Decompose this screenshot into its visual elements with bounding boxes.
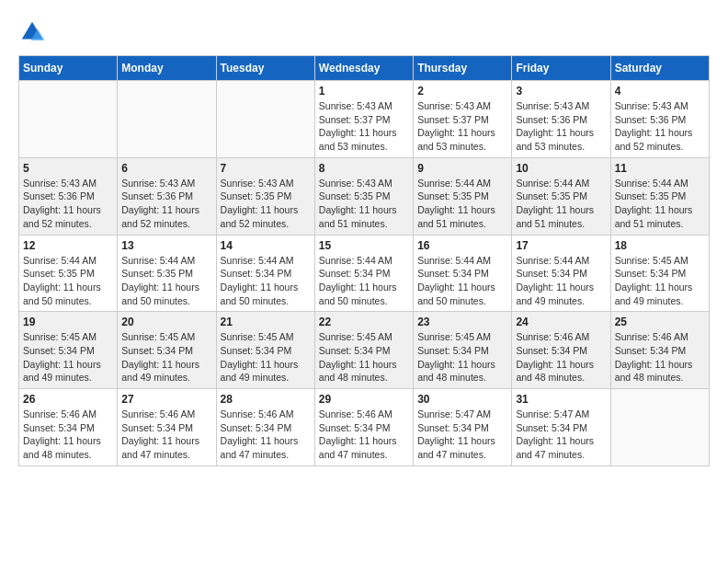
calendar-cell: 27Sunrise: 5:46 AM Sunset: 5:34 PM Dayli… <box>118 389 216 466</box>
day-number: 26 <box>23 393 113 406</box>
weekday-header-row: SundayMondayTuesdayWednesdayThursdayFrid… <box>19 56 710 81</box>
weekday-header-thursday: Thursday <box>414 56 512 81</box>
weekday-header-sunday: Sunday <box>19 56 118 81</box>
calendar-cell: 8Sunrise: 5:43 AM Sunset: 5:35 PM Daylig… <box>314 157 413 235</box>
day-number: 20 <box>121 316 211 328</box>
day-info: Sunrise: 5:43 AM Sunset: 5:36 PM Dayligh… <box>516 99 606 154</box>
day-number: 1 <box>319 85 409 98</box>
calendar-cell: 21Sunrise: 5:45 AM Sunset: 5:34 PM Dayli… <box>216 312 314 389</box>
day-info: Sunrise: 5:46 AM Sunset: 5:34 PM Dayligh… <box>319 408 409 462</box>
weekday-header-tuesday: Tuesday <box>216 56 314 81</box>
calendar-cell: 1Sunrise: 5:43 AM Sunset: 5:37 PM Daylig… <box>314 81 413 158</box>
page-header <box>18 18 710 46</box>
day-number: 13 <box>121 239 211 252</box>
calendar-cell <box>610 389 709 466</box>
day-info: Sunrise: 5:44 AM Sunset: 5:35 PM Dayligh… <box>121 254 211 308</box>
weekday-header-monday: Monday <box>118 56 216 81</box>
day-info: Sunrise: 5:46 AM Sunset: 5:34 PM Dayligh… <box>516 330 606 385</box>
day-number: 8 <box>319 162 409 175</box>
day-info: Sunrise: 5:43 AM Sunset: 5:37 PM Dayligh… <box>417 99 507 154</box>
day-number: 23 <box>417 316 507 328</box>
day-number: 30 <box>417 393 507 406</box>
day-number: 22 <box>319 316 409 328</box>
calendar-cell: 11Sunrise: 5:44 AM Sunset: 5:35 PM Dayli… <box>610 157 709 235</box>
calendar-cell: 2Sunrise: 5:43 AM Sunset: 5:37 PM Daylig… <box>414 81 512 158</box>
calendar-cell: 7Sunrise: 5:43 AM Sunset: 5:35 PM Daylig… <box>216 157 314 235</box>
calendar-week-row: 12Sunrise: 5:44 AM Sunset: 5:35 PM Dayli… <box>19 235 710 312</box>
day-info: Sunrise: 5:47 AM Sunset: 5:34 PM Dayligh… <box>516 408 606 462</box>
calendar-cell: 24Sunrise: 5:46 AM Sunset: 5:34 PM Dayli… <box>512 312 610 389</box>
day-info: Sunrise: 5:44 AM Sunset: 5:34 PM Dayligh… <box>221 254 311 308</box>
calendar-cell: 28Sunrise: 5:46 AM Sunset: 5:34 PM Dayli… <box>216 389 314 466</box>
day-number: 11 <box>615 162 705 175</box>
day-info: Sunrise: 5:46 AM Sunset: 5:34 PM Dayligh… <box>121 408 211 462</box>
day-number: 5 <box>23 162 113 175</box>
calendar-cell: 17Sunrise: 5:44 AM Sunset: 5:34 PM Dayli… <box>512 235 610 312</box>
day-number: 28 <box>221 393 311 406</box>
calendar-cell: 16Sunrise: 5:44 AM Sunset: 5:34 PM Dayli… <box>414 235 512 312</box>
day-info: Sunrise: 5:44 AM Sunset: 5:35 PM Dayligh… <box>516 177 606 231</box>
calendar-cell <box>118 81 216 158</box>
calendar-cell: 9Sunrise: 5:44 AM Sunset: 5:35 PM Daylig… <box>414 157 512 235</box>
calendar-cell: 19Sunrise: 5:45 AM Sunset: 5:34 PM Dayli… <box>19 312 118 389</box>
calendar-cell: 15Sunrise: 5:44 AM Sunset: 5:34 PM Dayli… <box>314 235 413 312</box>
day-number: 18 <box>615 239 705 252</box>
day-number: 15 <box>319 239 409 252</box>
day-info: Sunrise: 5:46 AM Sunset: 5:34 PM Dayligh… <box>615 330 705 385</box>
day-info: Sunrise: 5:44 AM Sunset: 5:34 PM Dayligh… <box>516 254 606 308</box>
weekday-header-saturday: Saturday <box>610 56 709 81</box>
calendar-week-row: 5Sunrise: 5:43 AM Sunset: 5:36 PM Daylig… <box>19 157 710 235</box>
day-info: Sunrise: 5:46 AM Sunset: 5:34 PM Dayligh… <box>23 408 113 462</box>
calendar-cell: 4Sunrise: 5:43 AM Sunset: 5:36 PM Daylig… <box>610 81 709 158</box>
weekday-header-friday: Friday <box>512 56 610 81</box>
calendar-week-row: 1Sunrise: 5:43 AM Sunset: 5:37 PM Daylig… <box>19 81 710 158</box>
day-info: Sunrise: 5:45 AM Sunset: 5:34 PM Dayligh… <box>121 330 211 385</box>
calendar-cell: 3Sunrise: 5:43 AM Sunset: 5:36 PM Daylig… <box>512 81 610 158</box>
day-info: Sunrise: 5:43 AM Sunset: 5:35 PM Dayligh… <box>221 177 311 231</box>
day-info: Sunrise: 5:45 AM Sunset: 5:34 PM Dayligh… <box>615 254 705 308</box>
day-number: 27 <box>121 393 211 406</box>
day-info: Sunrise: 5:45 AM Sunset: 5:34 PM Dayligh… <box>23 330 113 385</box>
day-info: Sunrise: 5:47 AM Sunset: 5:34 PM Dayligh… <box>417 408 507 462</box>
day-number: 31 <box>516 393 606 406</box>
day-info: Sunrise: 5:43 AM Sunset: 5:37 PM Dayligh… <box>319 99 409 154</box>
day-number: 10 <box>516 162 606 175</box>
day-info: Sunrise: 5:44 AM Sunset: 5:35 PM Dayligh… <box>615 177 705 231</box>
day-number: 21 <box>221 316 311 328</box>
day-info: Sunrise: 5:44 AM Sunset: 5:35 PM Dayligh… <box>23 254 113 308</box>
calendar-cell: 13Sunrise: 5:44 AM Sunset: 5:35 PM Dayli… <box>118 235 216 312</box>
calendar-week-row: 26Sunrise: 5:46 AM Sunset: 5:34 PM Dayli… <box>19 389 710 466</box>
day-info: Sunrise: 5:43 AM Sunset: 5:36 PM Dayligh… <box>615 99 705 154</box>
day-info: Sunrise: 5:44 AM Sunset: 5:35 PM Dayligh… <box>417 177 507 231</box>
calendar-cell: 18Sunrise: 5:45 AM Sunset: 5:34 PM Dayli… <box>610 235 709 312</box>
day-info: Sunrise: 5:45 AM Sunset: 5:34 PM Dayligh… <box>417 330 507 385</box>
day-number: 12 <box>23 239 113 252</box>
day-number: 6 <box>121 162 211 175</box>
calendar-cell: 6Sunrise: 5:43 AM Sunset: 5:36 PM Daylig… <box>118 157 216 235</box>
calendar-cell: 23Sunrise: 5:45 AM Sunset: 5:34 PM Dayli… <box>414 312 512 389</box>
day-info: Sunrise: 5:43 AM Sunset: 5:35 PM Dayligh… <box>319 177 409 231</box>
day-number: 29 <box>319 393 409 406</box>
calendar-cell <box>216 81 314 158</box>
day-info: Sunrise: 5:45 AM Sunset: 5:34 PM Dayligh… <box>221 330 311 385</box>
calendar-cell: 10Sunrise: 5:44 AM Sunset: 5:35 PM Dayli… <box>512 157 610 235</box>
day-number: 3 <box>516 85 606 98</box>
calendar-cell <box>19 81 118 158</box>
calendar-cell: 5Sunrise: 5:43 AM Sunset: 5:36 PM Daylig… <box>19 157 118 235</box>
day-number: 7 <box>221 162 311 175</box>
calendar-cell: 30Sunrise: 5:47 AM Sunset: 5:34 PM Dayli… <box>414 389 512 466</box>
weekday-header-wednesday: Wednesday <box>314 56 413 81</box>
day-info: Sunrise: 5:44 AM Sunset: 5:34 PM Dayligh… <box>319 254 409 308</box>
day-number: 4 <box>615 85 705 98</box>
logo <box>18 18 50 46</box>
day-info: Sunrise: 5:44 AM Sunset: 5:34 PM Dayligh… <box>417 254 507 308</box>
day-number: 19 <box>23 316 113 328</box>
day-number: 9 <box>417 162 507 175</box>
calendar-cell: 29Sunrise: 5:46 AM Sunset: 5:34 PM Dayli… <box>314 389 413 466</box>
calendar-table: SundayMondayTuesdayWednesdayThursdayFrid… <box>18 55 710 466</box>
calendar-cell: 14Sunrise: 5:44 AM Sunset: 5:34 PM Dayli… <box>216 235 314 312</box>
calendar-cell: 20Sunrise: 5:45 AM Sunset: 5:34 PM Dayli… <box>118 312 216 389</box>
day-info: Sunrise: 5:43 AM Sunset: 5:36 PM Dayligh… <box>121 177 211 231</box>
day-info: Sunrise: 5:45 AM Sunset: 5:34 PM Dayligh… <box>319 330 409 385</box>
calendar-cell: 31Sunrise: 5:47 AM Sunset: 5:34 PM Dayli… <box>512 389 610 466</box>
